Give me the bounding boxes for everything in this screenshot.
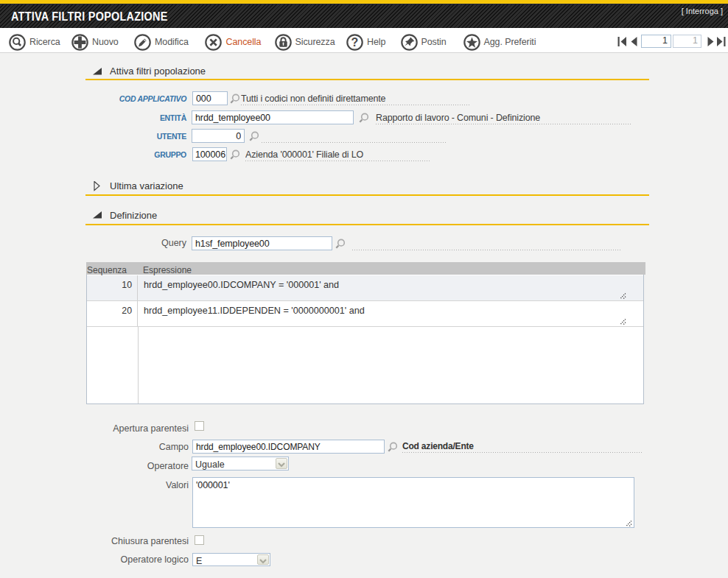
- svg-text:?: ?: [351, 36, 359, 49]
